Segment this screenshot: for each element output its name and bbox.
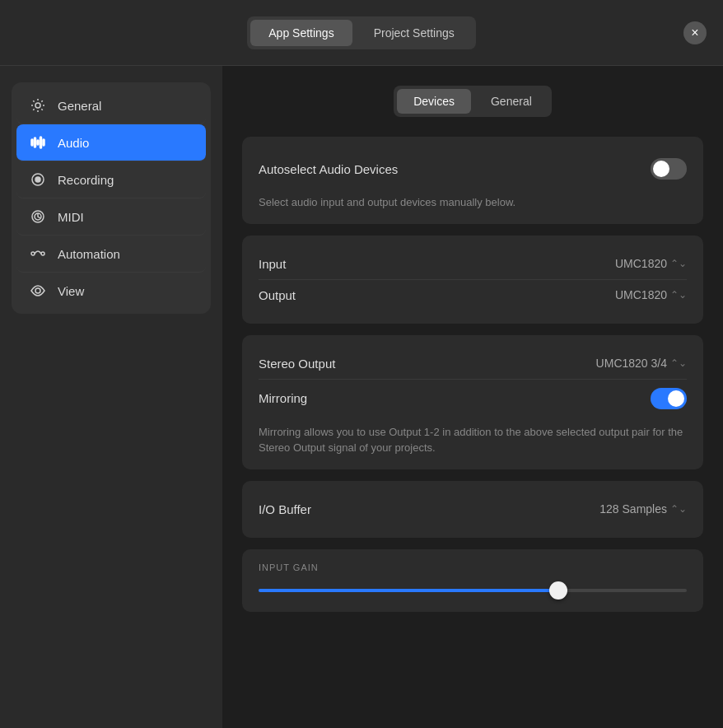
input-gain-card: INPUT GAIN [242, 549, 703, 612]
stereo-output-value[interactable]: UMC1820 3/4 ⌃⌄ [596, 357, 687, 370]
input-gain-label: INPUT GAIN [259, 562, 687, 572]
sidebar-item-general-label: General [58, 99, 101, 113]
midi-icon [30, 208, 46, 225]
mirroring-description: Mirroring allows you to use Output 1-2 i… [259, 424, 687, 456]
sub-tabs: Devices General [394, 86, 552, 117]
output-chevron: ⌃⌄ [670, 289, 687, 301]
sidebar-item-automation-label: Automation [58, 247, 120, 261]
input-chevron: ⌃⌄ [670, 258, 687, 269]
autoselect-description: Select audio input and output devices ma… [259, 194, 687, 211]
audio-icon [30, 134, 46, 151]
gear-icon [30, 97, 46, 114]
sidebar-item-general[interactable]: General [16, 87, 206, 124]
output-value[interactable]: UMC1820 ⌃⌄ [615, 288, 687, 301]
settings-tabs: App Settings Project Settings [247, 16, 475, 49]
io-buffer-row: I/O Buffer 128 Samples ⌃⌄ [259, 494, 687, 525]
io-buffer-label: I/O Buffer [259, 502, 311, 516]
slider-track [259, 589, 687, 592]
sidebar-item-recording-label: Recording [58, 173, 114, 187]
stereo-output-row: Stereo Output UMC1820 3/4 ⌃⌄ [259, 348, 687, 379]
devices-tab[interactable]: Devices [397, 89, 471, 114]
sidebar-item-recording[interactable]: Recording [16, 161, 206, 198]
svg-rect-4 [40, 137, 42, 148]
close-button[interactable]: × [683, 21, 707, 44]
svg-point-0 [35, 103, 40, 108]
svg-point-7 [35, 177, 40, 182]
input-value[interactable]: UMC1820 ⌃⌄ [615, 257, 687, 270]
mirroring-row: Mirroring [259, 379, 687, 418]
stereo-output-label: Stereo Output [259, 357, 335, 371]
sidebar-item-midi[interactable]: MIDI [16, 198, 206, 236]
mirroring-label: Mirroring [259, 391, 307, 405]
automation-icon [30, 245, 46, 262]
sidebar-item-view-label: View [58, 284, 84, 298]
output-row: Output UMC1820 ⌃⌄ [259, 279, 687, 310]
sidebar-item-audio[interactable]: Audio [16, 124, 206, 161]
sidebar-item-automation[interactable]: Automation [16, 236, 206, 273]
io-buffer-chevron: ⌃⌄ [670, 503, 687, 515]
input-label: Input [259, 257, 286, 271]
svg-rect-5 [43, 139, 44, 146]
stereo-output-chevron: ⌃⌄ [670, 357, 687, 369]
sidebar-inner: General Audio [12, 82, 211, 314]
sidebar-item-view[interactable]: View [16, 273, 206, 309]
input-row: Input UMC1820 ⌃⌄ [259, 249, 687, 279]
content-area: Devices General Autoselect Audio Devices… [222, 66, 723, 728]
sidebar: General Audio [0, 66, 222, 728]
output-label: Output [259, 288, 296, 302]
io-buffer-card: I/O Buffer 128 Samples ⌃⌄ [242, 481, 703, 538]
slider-fill [259, 589, 558, 592]
main-layout: General Audio [0, 66, 723, 728]
svg-rect-1 [31, 139, 33, 146]
sidebar-item-midi-label: MIDI [58, 210, 84, 224]
autoselect-label: Autoselect Audio Devices [259, 162, 398, 176]
view-icon [30, 282, 46, 299]
autoselect-toggle[interactable] [651, 158, 687, 180]
io-buffer-value[interactable]: 128 Samples ⌃⌄ [599, 502, 687, 516]
top-bar: App Settings Project Settings × [0, 0, 723, 66]
svg-point-12 [35, 288, 40, 293]
svg-rect-3 [37, 140, 39, 145]
svg-point-10 [31, 252, 35, 255]
record-icon [30, 171, 46, 188]
io-card: Input UMC1820 ⌃⌄ Output UMC1820 ⌃⌄ [242, 236, 703, 324]
autoselect-card: Autoselect Audio Devices Select audio in… [242, 137, 703, 224]
app-settings-tab[interactable]: App Settings [250, 20, 352, 46]
svg-rect-2 [35, 138, 36, 147]
input-gain-slider[interactable] [259, 582, 687, 599]
project-settings-tab[interactable]: Project Settings [356, 20, 473, 46]
stereo-card: Stereo Output UMC1820 3/4 ⌃⌄ Mirroring M… [242, 335, 703, 469]
autoselect-row: Autoselect Audio Devices [259, 150, 687, 188]
slider-thumb[interactable] [549, 581, 567, 600]
general-tab[interactable]: General [474, 89, 548, 114]
mirroring-toggle[interactable] [651, 388, 687, 409]
svg-point-11 [41, 252, 44, 255]
sidebar-item-audio-label: Audio [58, 136, 89, 150]
